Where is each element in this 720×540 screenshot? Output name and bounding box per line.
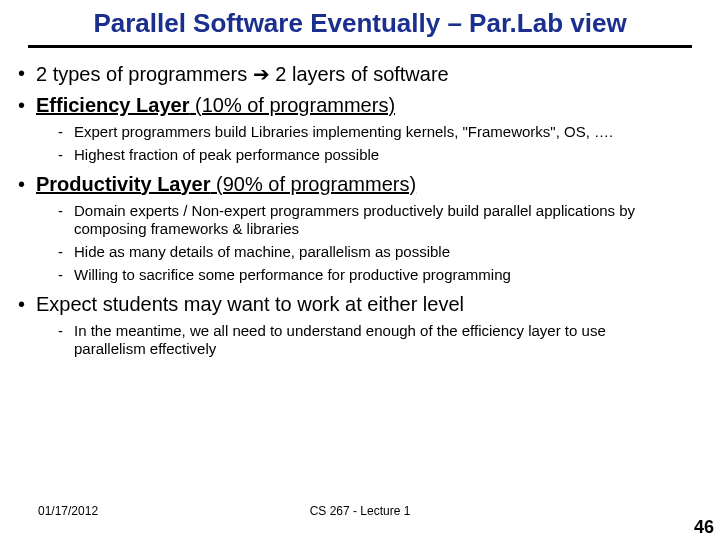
bullet-text: In the meantime, we all need to understa…	[74, 322, 702, 360]
bullet-level1: • Expect students may want to work at ei…	[18, 293, 702, 316]
bullet-dot-icon: •	[18, 173, 36, 196]
page-number: 46	[694, 517, 714, 538]
bullet-text: Productivity Layer (90% of programmers)	[36, 173, 702, 196]
bullet-dot-icon: •	[18, 62, 36, 86]
text-fragment: (10% of programmers)	[189, 94, 395, 116]
bullet-dash-icon: -	[58, 123, 74, 142]
arrow-icon: ➔	[253, 63, 270, 85]
bullet-dot-icon: •	[18, 293, 36, 316]
text-bold: Productivity Layer	[36, 173, 211, 195]
bullet-level1: • Efficiency Layer (10% of programmers)	[18, 94, 702, 117]
bullet-dash-icon: -	[58, 322, 74, 360]
bullet-text: Hide as many details of machine, paralle…	[74, 243, 702, 262]
bullet-text: Expert programmers build Libraries imple…	[74, 123, 702, 142]
bullet-level2: - Domain experts / Non-expert programmer…	[58, 202, 702, 240]
text-fragment: (90% of programmers)	[211, 173, 417, 195]
bullet-level2: - Expert programmers build Libraries imp…	[58, 123, 702, 142]
bullet-dash-icon: -	[58, 146, 74, 165]
text-fragment: 2 layers of software	[270, 63, 449, 85]
bullet-dash-icon: -	[58, 202, 74, 240]
bullet-level2: - Hide as many details of machine, paral…	[58, 243, 702, 262]
bullet-dot-icon: •	[18, 94, 36, 117]
bullet-text: Willing to sacrifice some performance fo…	[74, 266, 702, 285]
bullet-text: Highest fraction of peak performance pos…	[74, 146, 702, 165]
bullet-dash-icon: -	[58, 243, 74, 262]
bullet-text: 2 types of programmers ➔ 2 layers of sof…	[36, 62, 702, 86]
bullet-dash-icon: -	[58, 266, 74, 285]
bullet-text: Efficiency Layer (10% of programmers)	[36, 94, 702, 117]
bullet-level1: • Productivity Layer (90% of programmers…	[18, 173, 702, 196]
bullet-level2: - In the meantime, we all need to unders…	[58, 322, 702, 360]
bullet-level2: - Highest fraction of peak performance p…	[58, 146, 702, 165]
bullet-text: Expect students may want to work at eith…	[36, 293, 702, 316]
slide: Parallel Software Eventually – Par.Lab v…	[0, 0, 720, 540]
text-fragment: 2 types of programmers	[36, 63, 253, 85]
bullet-level2: - Willing to sacrifice some performance …	[58, 266, 702, 285]
text-bold: Efficiency Layer	[36, 94, 189, 116]
bullet-text: Domain experts / Non-expert programmers …	[74, 202, 702, 240]
footer-center: CS 267 - Lecture 1	[0, 504, 720, 518]
slide-content: • 2 types of programmers ➔ 2 layers of s…	[0, 62, 720, 359]
slide-title: Parallel Software Eventually – Par.Lab v…	[0, 0, 720, 45]
bullet-level1: • 2 types of programmers ➔ 2 layers of s…	[18, 62, 702, 86]
title-rule	[28, 45, 692, 48]
